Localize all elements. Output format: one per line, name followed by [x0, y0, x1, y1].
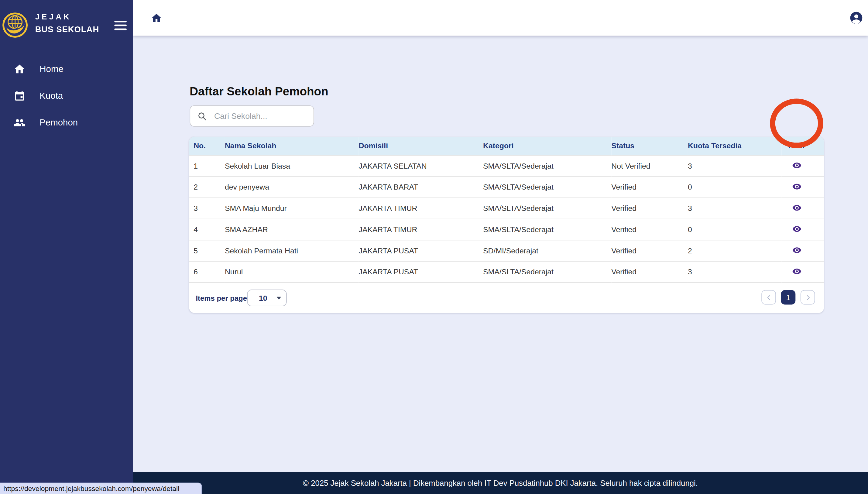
sidebar-item-pemohon[interactable]: Pemohon [0, 109, 133, 136]
calendar-icon [13, 90, 25, 102]
search-box [190, 106, 314, 127]
cell-aksi [782, 155, 824, 176]
col-header-no: No. [189, 137, 225, 155]
page-1-button[interactable]: 1 [781, 290, 796, 305]
cell-aksi [782, 198, 824, 219]
col-header-domisili: Domisili [359, 137, 483, 155]
col-header-kategori: Kategori [483, 137, 611, 155]
cell-status: Verified [611, 219, 688, 240]
home-icon[interactable] [151, 12, 162, 24]
brand-line2: BUS SEKOLAH [35, 25, 99, 34]
eye-visibility-icon [792, 160, 801, 170]
page-title: Daftar Sekolah Pemohon [190, 85, 328, 98]
eye-visibility-icon [792, 266, 801, 276]
sidebar-item-label: Kuota [39, 91, 63, 101]
hamburger-menu-icon[interactable] [114, 21, 127, 31]
topbar [133, 0, 868, 36]
cell-kuota-tersedia: 3 [688, 198, 782, 219]
brand-line1: JEJAK [35, 13, 99, 21]
cell-kategori: SD/MI/Sederajat [483, 240, 611, 261]
cell-aksi [782, 219, 824, 240]
col-header-nama-sekolah: Nama Sekolah [225, 137, 359, 155]
sidebar-header: JEJAK BUS SEKOLAH [0, 0, 133, 51]
link-preview-status-bar: https://development.jejakbussekolah.com/… [0, 482, 202, 494]
footer-text: © 2025 Jejak Sekolah Jakarta | Dikembang… [303, 478, 698, 487]
cell-status: Verified [611, 240, 688, 261]
cell-nama-sekolah: SMA Maju Mundur [225, 198, 359, 219]
view-detail-eye-button[interactable] [792, 245, 801, 254]
cell-kuota-tersedia: 2 [688, 240, 782, 261]
view-detail-eye-button[interactable] [792, 203, 801, 212]
cell-no: 2 [189, 176, 225, 198]
schools-table: No. Nama Sekolah Domisili Kategori Statu… [189, 137, 824, 283]
cell-kuota-tersedia: 0 [688, 176, 782, 198]
table-row: 5 Sekolah Permata Hati JAKARTA PUSAT SD/… [189, 240, 824, 261]
cell-status: Verified [611, 176, 688, 198]
cell-kuota-tersedia: 0 [688, 219, 782, 240]
sidebar-item-kuota[interactable]: Kuota [0, 83, 133, 109]
cell-status: Not Verified [611, 155, 688, 176]
sidebar-item-label: Pemohon [39, 118, 78, 128]
cell-domisili: JAKARTA BARAT [359, 176, 483, 198]
chevron-left-icon [766, 294, 772, 301]
cell-domisili: JAKARTA TIMUR [359, 198, 483, 219]
sidebar-item-home[interactable]: Home [0, 56, 133, 83]
table-row: 1 Sekolah Luar Biasa JAKARTA SELATAN SMA… [189, 155, 824, 176]
home-icon [13, 63, 25, 75]
cell-no: 3 [189, 198, 225, 219]
cell-no: 4 [189, 219, 225, 240]
cell-aksi [782, 176, 824, 198]
col-header-kuota-tersedia: Kuota Tersedia [688, 137, 782, 155]
next-page-button[interactable] [801, 290, 815, 305]
table-row: 6 Nurul JAKARTA PUSAT SMA/SLTA/Sederajat… [189, 261, 824, 283]
sidebar-item-label: Home [39, 64, 63, 74]
cell-nama-sekolah: SMA AZHAR [225, 219, 359, 240]
table-row: 2 dev penyewa JAKARTA BARAT SMA/SLTA/Sed… [189, 176, 824, 198]
footer: © 2025 Jejak Sekolah Jakarta | Dikembang… [133, 472, 868, 494]
search-icon [197, 111, 207, 120]
search-input[interactable] [213, 111, 304, 121]
link-preview-url: https://development.jejakbussekolah.com/… [3, 485, 179, 493]
view-detail-eye-button[interactable] [792, 224, 801, 233]
chevron-right-icon [805, 294, 811, 301]
view-detail-eye-button[interactable] [792, 160, 801, 170]
cell-kategori: SMA/SLTA/Sederajat [483, 261, 611, 283]
cell-domisili: JAKARTA TIMUR [359, 219, 483, 240]
account-circle-icon[interactable] [849, 11, 864, 25]
cell-no: 1 [189, 155, 225, 176]
view-detail-eye-button[interactable] [792, 266, 801, 276]
table-card: No. Nama Sekolah Domisili Kategori Statu… [189, 137, 824, 313]
col-header-status: Status [611, 137, 688, 155]
cell-aksi [782, 240, 824, 261]
dropdown-caret-icon [277, 297, 281, 299]
cell-nama-sekolah: Nurul [225, 261, 359, 283]
sidebar-menu: Home Kuota Pemohon [0, 51, 133, 136]
cell-nama-sekolah: Sekolah Permata Hati [225, 240, 359, 261]
cell-aksi [782, 261, 824, 283]
table-header-row: No. Nama Sekolah Domisili Kategori Statu… [189, 137, 824, 155]
prev-page-button[interactable] [761, 290, 776, 305]
eye-visibility-icon [792, 182, 801, 191]
table-row: 4 SMA AZHAR JAKARTA TIMUR SMA/SLTA/Seder… [189, 219, 824, 240]
cell-domisili: JAKARTA PUSAT [359, 240, 483, 261]
eye-visibility-icon [792, 203, 801, 212]
page-buttons: 1 [761, 290, 815, 305]
items-per-page-label: Items per page [196, 294, 247, 303]
cell-kategori: SMA/SLTA/Sederajat [483, 155, 611, 176]
app-window: JEJAK BUS SEKOLAH Home Kuota [0, 0, 868, 494]
items-per-page-select[interactable]: 10 [247, 289, 287, 306]
table-row: 3 SMA Maju Mundur JAKARTA TIMUR SMA/SLTA… [189, 198, 824, 219]
cell-domisili: JAKARTA PUSAT [359, 261, 483, 283]
cell-kuota-tersedia: 3 [688, 155, 782, 176]
cell-no: 6 [189, 261, 225, 283]
cell-kategori: SMA/SLTA/Sederajat [483, 198, 611, 219]
cell-nama-sekolah: Sekolah Luar Biasa [225, 155, 359, 176]
people-icon [13, 117, 25, 129]
cell-kuota-tersedia: 3 [688, 261, 782, 283]
cell-status: Verified [611, 261, 688, 283]
cell-no: 5 [189, 240, 225, 261]
sidebar: JEJAK BUS SEKOLAH Home Kuota [0, 0, 133, 494]
view-detail-eye-button[interactable] [792, 182, 801, 191]
eye-visibility-icon [792, 245, 801, 254]
col-header-aksi: Aksi [782, 137, 824, 155]
